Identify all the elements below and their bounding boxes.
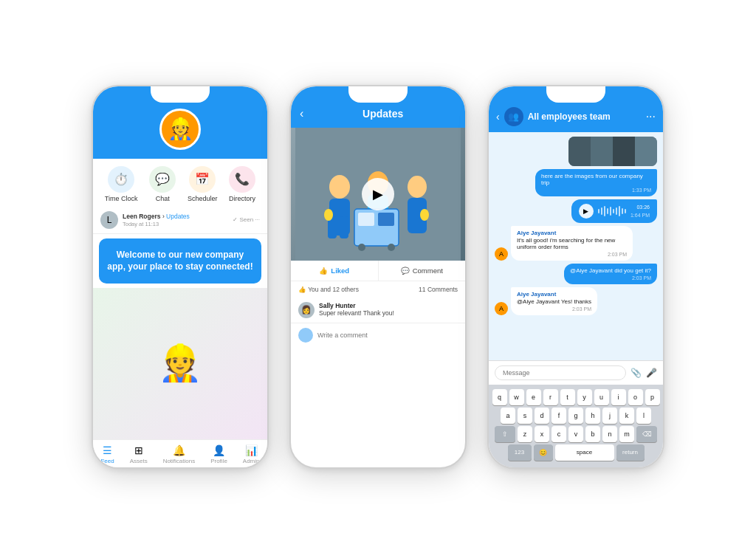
key-b[interactable]: b	[585, 426, 600, 442]
welcome-text: Welcome to our new company app, your pla…	[106, 249, 254, 274]
comment-message: Super relevant! Thank you!	[319, 309, 394, 317]
chat-label: Chat	[156, 195, 170, 202]
key-f[interactable]: f	[551, 408, 566, 424]
p2-title: Updates	[309, 108, 456, 120]
p1-header: 👷 ⏱️ Time Clock 💬 Chat 📅 Scheduler	[93, 86, 267, 207]
likes-left: 👍 You and 12 others	[298, 286, 359, 293]
space-key[interactable]: space	[555, 444, 614, 461]
key-c[interactable]: c	[551, 426, 566, 442]
feed-time: Today at 11:13	[123, 221, 159, 227]
shift-key[interactable]: ⇧	[495, 426, 515, 442]
audio-message[interactable]: ▶ 03:26 1:64	[571, 199, 657, 223]
key-p[interactable]: p	[645, 389, 660, 405]
nav-feed[interactable]: ☰ Feed	[100, 444, 114, 464]
key-u[interactable]: u	[594, 389, 609, 405]
key-l[interactable]: l	[636, 408, 651, 424]
p3-messages: here are the images from our company tri…	[489, 132, 663, 360]
feed-name: Leen Rogers	[123, 213, 161, 220]
key-e[interactable]: e	[526, 389, 541, 405]
p1-worker-area: 👷	[93, 288, 267, 439]
screen-3: ‹ 👥 All employees team ··· here are the …	[489, 86, 663, 467]
emoji-key[interactable]: 😊	[534, 444, 553, 461]
p1-icon-clock[interactable]: ⏱️ Time Clock	[105, 166, 138, 202]
p2-video-area[interactable]: ▶	[291, 128, 465, 261]
return-key[interactable]: return	[616, 444, 645, 461]
key-w[interactable]: w	[509, 389, 524, 405]
chat-icon: 💬	[149, 166, 176, 193]
p2-back-button[interactable]: ‹	[300, 107, 303, 120]
clock-icon: ⏱️	[108, 166, 134, 193]
like-button[interactable]: 👍 Liked	[291, 261, 379, 281]
p1-feed-item[interactable]: L Leen Rogers › Updates Today at 11:13 ✓…	[93, 207, 267, 234]
msg-aiye-1: Aiye Jayavant It's all good! i'm searchi…	[511, 226, 633, 261]
aiye-avatar-1: A	[495, 247, 508, 261]
feed-action-name: Updates	[166, 213, 190, 220]
key-a[interactable]: a	[501, 408, 515, 424]
mic-icon[interactable]: 🎤	[646, 368, 657, 378]
key-r[interactable]: r	[543, 389, 558, 405]
key-x[interactable]: x	[535, 426, 549, 442]
profile-icon: 👤	[213, 444, 225, 456]
p1-icon-directory[interactable]: 📞 Directory	[229, 166, 255, 202]
p2-write-comment	[291, 323, 465, 347]
keyboard: q w e r t y u i o p a s d f g	[489, 385, 663, 467]
p1-icon-scheduler[interactable]: 📅 Scheduler	[188, 166, 218, 202]
key-z[interactable]: z	[518, 426, 532, 442]
svg-point-14	[324, 209, 333, 221]
nav-profile[interactable]: 👤 Profile	[210, 444, 227, 464]
key-d[interactable]: d	[535, 408, 549, 424]
key-k[interactable]: k	[619, 408, 634, 424]
keyboard-row-4: 123 😊 space return	[492, 444, 660, 461]
msg-aiye-2-row: A Aiye Jayavant @Aiye Jayavant Yes! than…	[495, 287, 657, 315]
aiye-time-1: 2:03 PM	[517, 252, 627, 257]
comment-icon: 💬	[401, 267, 410, 275]
key-o[interactable]: o	[628, 389, 643, 405]
scheduler-icon: 📅	[189, 166, 216, 193]
scene: 👷 ⏱️ Time Clock 💬 Chat 📅 Scheduler	[0, 55, 756, 498]
key-q[interactable]: q	[492, 389, 507, 405]
msg-trip-time: 1:33 PM	[541, 188, 651, 193]
key-t[interactable]: t	[560, 389, 575, 405]
p3-more-button[interactable]: ···	[646, 110, 656, 123]
nav-notifications[interactable]: 🔔 Notifications	[163, 444, 196, 464]
key-s[interactable]: s	[518, 408, 532, 424]
feed-seen: ✓ Seen ···	[233, 216, 260, 223]
phone-1: 👷 ⏱️ Time Clock 💬 Chat 📅 Scheduler	[92, 85, 269, 469]
key-y[interactable]: y	[577, 389, 592, 405]
directory-label: Directory	[229, 195, 255, 202]
key-h[interactable]: h	[585, 408, 600, 424]
msg-dgyg-text: @Aiye Jayavant did you get it?	[570, 267, 651, 274]
comment-button[interactable]: 💬 Comment	[379, 261, 466, 281]
backspace-key[interactable]: ⌫	[636, 426, 657, 442]
key-i[interactable]: i	[611, 389, 626, 405]
play-button[interactable]: ▶	[362, 178, 394, 210]
p2-actions: 👍 Liked 💬 Comment	[291, 261, 465, 281]
key-n[interactable]: n	[602, 426, 617, 442]
key-v[interactable]: v	[568, 426, 583, 442]
p1-icon-chat[interactable]: 💬 Chat	[149, 166, 176, 202]
feed-nav-label: Feed	[100, 458, 114, 464]
like-icon: 👍	[319, 267, 328, 275]
nav-admin[interactable]: 📊 Admin	[243, 444, 260, 464]
p1-avatar: 👷	[159, 109, 201, 150]
key-j[interactable]: j	[602, 408, 617, 424]
clock-label: Time Clock	[105, 195, 138, 202]
write-comment-input[interactable]	[317, 332, 458, 339]
key-m[interactable]: m	[619, 426, 634, 442]
audio-play-button[interactable]: ▶	[579, 204, 594, 219]
p1-feed-text: Leen Rogers › Updates Today at 11:13	[123, 213, 228, 227]
svg-point-12	[358, 244, 365, 251]
p1-bottom-nav: ☰ Feed ⊞ Assets 🔔 Notifications 👤 Profil…	[93, 439, 267, 467]
numbers-key[interactable]: 123	[508, 444, 532, 461]
notch-1	[151, 86, 210, 103]
nav-assets[interactable]: ⊞ Assets	[130, 444, 148, 464]
key-g[interactable]: g	[568, 408, 583, 424]
comment-label: Comment	[413, 267, 443, 275]
attachment-icon[interactable]: 📎	[630, 368, 642, 378]
p3-back-button[interactable]: ‹	[496, 111, 500, 123]
phone-3: ‹ 👥 All employees team ··· here are the …	[487, 85, 664, 469]
admin-icon: 📊	[245, 444, 258, 456]
message-input[interactable]	[495, 365, 626, 380]
feed-icon: ☰	[103, 444, 112, 456]
audio-time: 1:64 PM	[630, 213, 650, 218]
